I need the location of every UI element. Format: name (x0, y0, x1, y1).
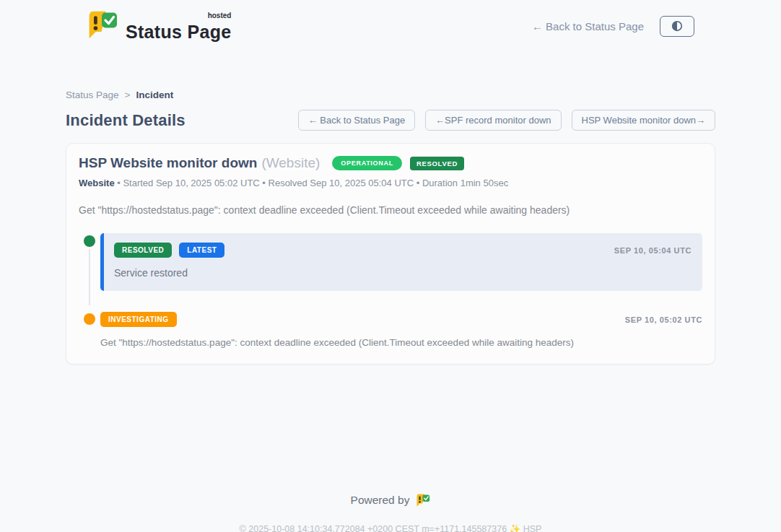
timeline-dot-column (79, 311, 100, 348)
page-title: Incident Details (66, 111, 186, 130)
resolved-badge: RESOLVED (114, 243, 172, 258)
timeline-message: Get "https://hostedstatus.page": context… (100, 337, 702, 348)
powered-by-logo-icon[interactable] (415, 493, 430, 507)
header-right: ← Back to Status Page (532, 16, 694, 37)
powered-by-label: Powered by (351, 494, 410, 507)
breadcrumb-status-page[interactable]: Status Page (66, 90, 119, 100)
copyright-text: © 2025-10-08 14:10:34.772084 +0200 CEST … (66, 523, 715, 532)
incident-card: HSP Website monitor down (Website) OPERA… (66, 143, 715, 365)
timeline-latest-update-box: RESOLVED LATEST SEP 10, 05:04 UTC Servic… (100, 233, 702, 291)
brand-logo[interactable]: hosted Status Page (85, 9, 231, 43)
brand-text: hosted Status Page (126, 14, 231, 43)
theme-toggle-button[interactable] (660, 16, 694, 37)
contrast-icon (671, 19, 684, 32)
incident-meta: Website • Started Sep 10, 2025 05:02 UTC… (79, 178, 702, 188)
timeline-dot-column (79, 233, 100, 291)
brand-name: Status Page (126, 22, 231, 42)
incident-nav-buttons: ← Back to Status Page ←SPF record monito… (298, 110, 715, 131)
back-to-status-page-link[interactable]: ← Back to Status Page (532, 20, 644, 32)
main-content: Status Page > Incident Incident Details … (66, 90, 715, 532)
next-incident-button[interactable]: HSP Website monitor down→ (572, 110, 715, 131)
incident-timeline: RESOLVED LATEST SEP 10, 05:04 UTC Servic… (79, 233, 702, 348)
incident-meta-times: • Started Sep 10, 2025 05:02 UTC • Resol… (117, 178, 508, 188)
timeline-message: Service restored (114, 267, 691, 279)
timeline-entry-resolved: RESOLVED LATEST SEP 10, 05:04 UTC Servic… (79, 233, 702, 291)
timeline-entry-head: RESOLVED LATEST SEP 10, 05:04 UTC (114, 243, 691, 258)
incident-meta-component: Website (79, 178, 115, 188)
timeline-timestamp: SEP 10, 05:04 UTC (614, 246, 691, 255)
title-row: Incident Details ← Back to Status Page ←… (66, 110, 715, 131)
timeline-entry-investigating: INVESTIGATING SEP 10, 05:02 UTC Get "htt… (79, 311, 702, 348)
breadcrumb-separator: > (125, 90, 131, 100)
timeline-update-content: INVESTIGATING SEP 10, 05:02 UTC Get "htt… (100, 311, 702, 348)
prev-incident-button[interactable]: ←SPF record monitor down (425, 110, 561, 131)
operational-status-badge: OPERATIONAL (332, 156, 402, 170)
incident-description: Get "https://hostedstatus.page": context… (79, 204, 702, 216)
investigating-dot-icon (84, 313, 95, 325)
timeline-entry-head: INVESTIGATING SEP 10, 05:02 UTC (100, 312, 702, 327)
breadcrumb: Status Page > Incident (66, 90, 715, 100)
powered-by-row: Powered by (66, 493, 715, 507)
resolved-dot-icon (84, 235, 95, 247)
resolved-state-badge: RESOLVED (410, 157, 464, 170)
footer: Powered by © 2025-10-08 14:10:34.772084 … (66, 493, 715, 532)
incident-component: (Website) (261, 155, 320, 171)
incident-card-header: HSP Website monitor down (Website) OPERA… (79, 155, 702, 171)
brand-hosted-label: hosted (208, 12, 232, 19)
breadcrumb-incident: Incident (136, 90, 173, 100)
status-page-logo-icon (85, 9, 118, 43)
latest-badge: LATEST (179, 243, 224, 258)
investigating-badge: INVESTIGATING (100, 312, 177, 327)
back-to-status-page-button[interactable]: ← Back to Status Page (298, 110, 415, 131)
header: hosted Status Page ← Back to Status Page (0, 0, 781, 42)
incident-title: HSP Website monitor down (79, 155, 257, 171)
timeline-timestamp: SEP 10, 05:02 UTC (625, 315, 702, 324)
